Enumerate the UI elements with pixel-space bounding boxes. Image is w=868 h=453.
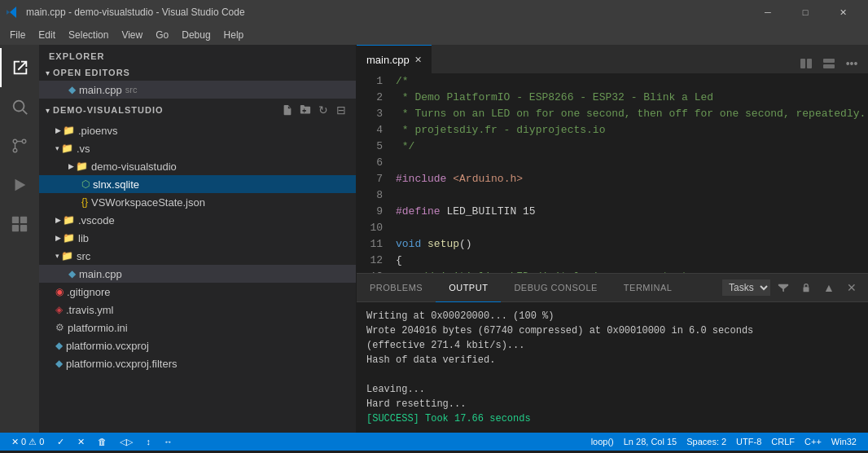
svg-rect-13 [823, 64, 835, 68]
tree-item-vscode[interactable]: ▶ 📁 .vscode [39, 211, 356, 229]
status-platform[interactable]: Win32 [826, 433, 861, 451]
svg-point-3 [13, 139, 17, 143]
warning-icon: ⚠ [28, 437, 37, 447]
more-actions-icon[interactable]: ••• [842, 54, 861, 73]
svg-rect-7 [20, 217, 27, 223]
sqlite-icon: ⬡ [81, 178, 90, 190]
search-icon[interactable] [0, 87, 39, 126]
line-numbers: 12345 678910 111213 [357, 73, 389, 273]
folder-icon: 📁 [61, 250, 73, 262]
status-language[interactable]: C++ [800, 433, 826, 451]
tab-problems[interactable]: PROBLEMS [357, 274, 436, 302]
status-trash[interactable]: 🗑 [93, 433, 112, 451]
collapse-panel-icon[interactable]: ▲ [819, 278, 839, 297]
tree-item-lib[interactable]: ▶ 📁 lib [39, 229, 356, 247]
svg-point-4 [22, 139, 26, 143]
tree-item-src[interactable]: ▾ 📁 src [39, 247, 356, 265]
status-x[interactable]: ✕ [72, 433, 90, 451]
tree-item-slnx-sqlite[interactable]: ⬡ slnx.sqlite [39, 175, 356, 193]
menu-go[interactable]: Go [149, 24, 175, 45]
tree-item-platformio-vcxproj-filters[interactable]: ◆ platformio.vcxproj.filters [39, 354, 356, 372]
svg-rect-6 [12, 217, 19, 223]
open-editor-main-cpp[interactable]: ◆ main.cpp src [39, 81, 356, 99]
open-editors-arrow[interactable]: ▾ [46, 68, 50, 77]
window-controls: ─ □ ✕ [749, 0, 861, 24]
tree-item-pioenvs[interactable]: ▶ 📁 .pioenvs [39, 121, 356, 139]
open-editors-section: ▾ OPEN EDITORS [39, 64, 356, 81]
tab-terminal[interactable]: TERMINAL [611, 274, 686, 302]
status-encoding[interactable]: UTF-8 [731, 433, 766, 451]
menu-edit[interactable]: Edit [32, 24, 62, 45]
warning-count: 0 [39, 437, 44, 446]
vscode-arrow: ▶ [55, 216, 61, 224]
close-panel-icon[interactable]: ✕ [842, 278, 861, 297]
tree-item-vsworkspace[interactable]: {} VSWorkspaceState.json [39, 193, 356, 211]
travis-label: .travis.yml [66, 304, 114, 316]
tab-output[interactable]: OUTPUT [436, 274, 501, 302]
svg-rect-10 [800, 59, 805, 68]
refresh-button[interactable]: ↻ [315, 102, 331, 118]
editor-layout-icon[interactable] [819, 54, 839, 73]
project-arrow[interactable]: ▾ [46, 106, 50, 115]
close-button[interactable]: ✕ [824, 0, 861, 24]
tab-main-cpp[interactable]: main.cpp ✕ [357, 45, 432, 73]
dv-label: demo-visualstudio [91, 161, 177, 173]
sidebar: EXPLORER ▾ OPEN EDITORS ◆ main.cpp src ▾… [39, 45, 357, 433]
gitignore-label: .gitignore [67, 286, 110, 298]
status-updown[interactable]: ↕ [141, 433, 156, 451]
status-position[interactable]: Ln 28, Col 15 [619, 433, 682, 451]
svg-rect-9 [20, 225, 27, 231]
svg-rect-8 [12, 225, 19, 231]
tabbar-actions: ••• [790, 54, 868, 73]
vsworkspace-label: VSWorkspaceState.json [91, 196, 205, 209]
split-editor-icon[interactable] [796, 54, 816, 73]
status-errors[interactable]: ✕ 0 ⚠ 0 [7, 433, 49, 451]
ini-icon: ⚙ [55, 322, 64, 333]
tree-item-platformio-ini[interactable]: ⚙ platformio.ini [39, 319, 356, 336]
project-label: DEMO-VISUALSTUDIO [53, 105, 279, 115]
tree-item-main-cpp[interactable]: ◆ main.cpp [39, 265, 356, 283]
folder-icon: 📁 [76, 161, 88, 172]
collapse-button[interactable]: ⊟ [333, 102, 349, 118]
tree-item-platformio-vcxproj[interactable]: ◆ platformio.vcxproj [39, 336, 356, 354]
svg-rect-14 [804, 287, 809, 292]
tree-item-demo-visualstudio[interactable]: ▶ 📁 demo-visualstudio [39, 157, 356, 175]
filter-icon[interactable] [774, 278, 793, 297]
main-area: EXPLORER ▾ OPEN EDITORS ◆ main.cpp src ▾… [0, 45, 868, 433]
tree-item-gitignore[interactable]: ◉ .gitignore [39, 283, 356, 301]
new-folder-button[interactable] [297, 102, 313, 118]
code-editor[interactable]: 12345 678910 111213 /* * Demo PlatformIO… [357, 73, 868, 273]
svg-point-2 [13, 148, 17, 152]
explorer-icon[interactable] [0, 48, 39, 87]
menu-help[interactable]: Help [217, 24, 251, 45]
cpp-icon: ◆ [68, 84, 76, 95]
pioenvs-arrow: ▶ [55, 126, 61, 134]
extensions-icon[interactable] [0, 205, 39, 244]
menu-view[interactable]: View [115, 24, 149, 45]
tree-item-vs[interactable]: ▾ 📁 .vs [39, 139, 356, 157]
output-line-4: Hash of data verified. [366, 353, 858, 367]
status-leftright[interactable]: ↔ [159, 433, 178, 451]
debug-icon[interactable] [0, 165, 39, 205]
platformio-vcxproj-label: platformio.vcxproj [66, 340, 149, 352]
menu-debug[interactable]: Debug [175, 24, 217, 45]
status-arrows[interactable]: ◁▷ [115, 433, 138, 451]
minimize-button[interactable]: ─ [749, 0, 787, 24]
menu-file[interactable]: File [3, 24, 32, 45]
status-loop[interactable]: loop() [586, 433, 619, 451]
output-line-1: Writing at 0x00020000... (100 %) [366, 309, 858, 323]
yaml-icon: ◈ [55, 304, 63, 315]
source-control-icon[interactable] [0, 126, 39, 165]
status-check[interactable]: ✓ [52, 433, 69, 451]
status-line-ending[interactable]: CRLF [766, 433, 800, 451]
lock-icon[interactable] [796, 278, 816, 297]
json-icon: {} [81, 196, 88, 208]
menu-selection[interactable]: Selection [62, 24, 115, 45]
tab-debug-console[interactable]: DEBUG CONSOLE [501, 274, 610, 302]
maximize-button[interactable]: □ [787, 0, 824, 24]
status-spaces[interactable]: Spaces: 2 [682, 433, 731, 451]
tab-close-button[interactable]: ✕ [414, 55, 422, 65]
task-select[interactable]: Tasks [722, 279, 770, 296]
new-file-button[interactable] [279, 102, 296, 118]
tree-item-travis[interactable]: ◈ .travis.yml [39, 301, 356, 319]
